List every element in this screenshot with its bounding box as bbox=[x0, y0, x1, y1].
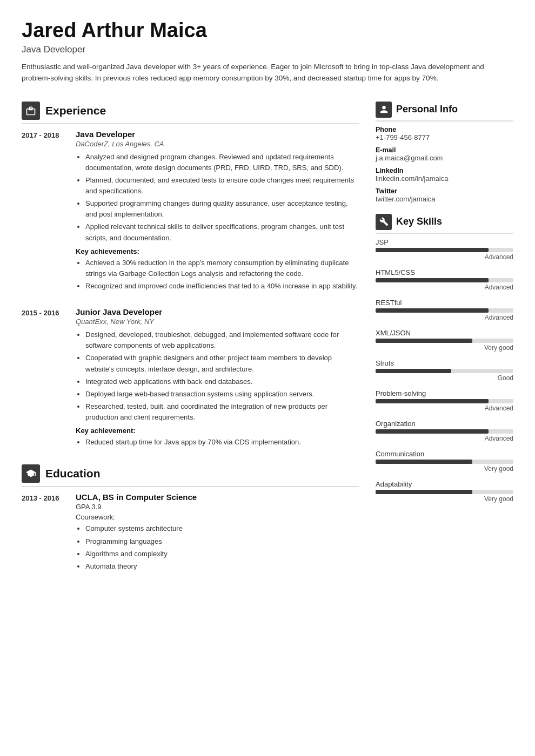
personal-phone: Phone +1-799-456-8777 bbox=[376, 126, 513, 141]
exp-bullet-1-2: Supported programming changes during qua… bbox=[85, 198, 359, 220]
edu-date-1: 2013 - 2016 bbox=[22, 492, 76, 576]
exp-date-1: 2017 - 2018 bbox=[22, 130, 76, 296]
exp-bullet-1-3: Applied relevant technical skills to del… bbox=[85, 221, 359, 243]
exp-achievements-label-2: Key achievement: bbox=[76, 427, 359, 435]
experience-section: Experience 2017 - 2018 Java Developer Da… bbox=[22, 102, 359, 452]
skill-level-6: Advanced bbox=[376, 435, 513, 442]
skill-level-5: Advanced bbox=[376, 404, 513, 412]
exp-content-1: Java Developer DaCoderZ, Los Angeles, CA… bbox=[76, 130, 359, 296]
exp-company-2: QuantExx, New York, NY bbox=[76, 318, 359, 326]
skill-bar-bg-3 bbox=[376, 339, 513, 343]
skill-bar-fill-3 bbox=[376, 339, 472, 343]
skill-level-0: Advanced bbox=[376, 253, 513, 261]
skill-level-1: Advanced bbox=[376, 284, 513, 291]
skill-level-7: Very good bbox=[376, 465, 513, 473]
skill-name-6: Organization bbox=[376, 420, 513, 428]
personal-email: E-mail j.a.maica@gmail.com bbox=[376, 146, 513, 162]
exp-achievements-list-2: Reduced startup time for Java apps by 70… bbox=[76, 437, 359, 448]
education-section: Education 2013 - 2016 UCLA, BS in Comput… bbox=[22, 464, 359, 576]
skill-bar-fill-7 bbox=[376, 460, 472, 464]
email-label: E-mail bbox=[376, 146, 513, 154]
skill-name-5: Problem-solving bbox=[376, 389, 513, 397]
exp-bullet-2-2: Integrated web applications with back-en… bbox=[85, 376, 359, 387]
exp-date-2: 2015 - 2016 bbox=[22, 307, 76, 451]
skill-item-8: Adaptability Very good bbox=[376, 480, 513, 503]
key-skills-title: Key Skills bbox=[396, 216, 442, 227]
skills-icon bbox=[379, 217, 389, 226]
phone-label: Phone bbox=[376, 126, 513, 133]
email-value: j.a.maica@gmail.com bbox=[376, 154, 513, 162]
skill-bar-bg-1 bbox=[376, 278, 513, 282]
skill-item-6: Organization Advanced bbox=[376, 420, 513, 442]
exp-achievement-1-0: Achieved a 30% reduction in the app's me… bbox=[85, 258, 359, 279]
twitter-value: twitter.com/jamaica bbox=[376, 195, 513, 203]
candidate-title: Java Developer bbox=[22, 44, 513, 55]
edu-course-1-0: Computer systems architecture bbox=[85, 523, 359, 534]
left-column: Experience 2017 - 2018 Java Developer Da… bbox=[22, 102, 359, 734]
skill-item-3: XML/JSON Very good bbox=[376, 329, 513, 352]
candidate-name: Jared Arthur Maica bbox=[22, 19, 513, 42]
edu-gpa-1: GPA 3.9 bbox=[76, 503, 359, 511]
skill-level-8: Very good bbox=[376, 495, 513, 503]
skill-bar-bg-8 bbox=[376, 490, 513, 494]
skill-level-3: Very good bbox=[376, 344, 513, 352]
graduation-icon bbox=[25, 468, 36, 479]
exp-title-1: Java Developer bbox=[76, 130, 359, 139]
key-skills-header: Key Skills bbox=[376, 214, 513, 234]
skill-bar-fill-4 bbox=[376, 369, 451, 373]
skill-name-1: HTML5/CSS bbox=[376, 268, 513, 276]
exp-bullet-1-0: Analyzed and designed program changes. R… bbox=[85, 152, 359, 173]
skill-bar-fill-2 bbox=[376, 308, 489, 313]
education-title: Education bbox=[45, 467, 101, 480]
experience-header: Experience bbox=[22, 102, 359, 124]
skill-name-2: RESTful bbox=[376, 299, 513, 307]
personal-info-icon-box bbox=[376, 102, 392, 118]
skills-list: JSP Advanced HTML5/CSS Advanced RESTful … bbox=[376, 238, 513, 503]
edu-coursework-label-1: Coursework: bbox=[76, 513, 359, 521]
experience-icon-box bbox=[22, 102, 40, 120]
candidate-summary: Enthusiastic and well-organized Java dev… bbox=[22, 62, 513, 84]
edu-content-1: UCLA, BS in Computer Science GPA 3.9 Cou… bbox=[76, 492, 359, 576]
edu-course-1-1: Programming languages bbox=[85, 536, 359, 547]
skill-item-7: Communication Very good bbox=[376, 450, 513, 473]
right-column: Personal Info Phone +1-799-456-8777 E-ma… bbox=[376, 102, 513, 734]
skill-bar-bg-4 bbox=[376, 369, 513, 373]
skill-level-2: Advanced bbox=[376, 314, 513, 321]
exp-company-1: DaCoderZ, Los Angeles, CA bbox=[76, 140, 359, 148]
education-header: Education bbox=[22, 464, 359, 487]
exp-achievement-1-1: Recognized and improved code inefficienc… bbox=[85, 281, 359, 292]
personal-info-title: Personal Info bbox=[396, 104, 458, 115]
exp-bullet-1-1: Planned, documented, and executed tests … bbox=[85, 175, 359, 197]
edu-course-1-2: Algorithms and complexity bbox=[85, 549, 359, 559]
personal-info-header: Personal Info bbox=[376, 102, 513, 122]
exp-entry-2: 2015 - 2016 Junior Java Developer QuantE… bbox=[22, 307, 359, 451]
skill-name-8: Adaptability bbox=[376, 480, 513, 488]
linkedin-value: linkedin.com/in/jamaica bbox=[376, 174, 513, 183]
skill-item-0: JSP Advanced bbox=[376, 238, 513, 261]
skill-name-3: XML/JSON bbox=[376, 329, 513, 337]
skill-item-1: HTML5/CSS Advanced bbox=[376, 268, 513, 291]
exp-bullet-2-0: Designed, developed, troubleshot, debugg… bbox=[85, 329, 359, 351]
skill-bar-fill-5 bbox=[376, 399, 489, 403]
skill-level-4: Good bbox=[376, 374, 513, 382]
skill-item-2: RESTful Advanced bbox=[376, 299, 513, 321]
skill-name-0: JSP bbox=[376, 238, 513, 246]
personal-linkedin: LinkedIn linkedin.com/in/jamaica bbox=[376, 167, 513, 183]
experience-title: Experience bbox=[45, 104, 106, 117]
exp-bullets-2: Designed, developed, troubleshot, debugg… bbox=[76, 329, 359, 423]
exp-title-2: Junior Java Developer bbox=[76, 307, 359, 316]
exp-achievements-list-1: Achieved a 30% reduction in the app's me… bbox=[76, 258, 359, 292]
edu-course-1-3: Automata theory bbox=[85, 561, 359, 572]
person-icon bbox=[379, 105, 389, 114]
skill-bar-fill-8 bbox=[376, 490, 472, 494]
exp-content-2: Junior Java Developer QuantExx, New York… bbox=[76, 307, 359, 451]
linkedin-label: LinkedIn bbox=[376, 167, 513, 174]
exp-achievement-2-0: Reduced startup time for Java apps by 70… bbox=[85, 437, 359, 448]
edu-degree-1: UCLA, BS in Computer Science bbox=[76, 492, 359, 502]
edu-entry-1: 2013 - 2016 UCLA, BS in Computer Science… bbox=[22, 492, 359, 576]
exp-bullets-1: Analyzed and designed program changes. R… bbox=[76, 152, 359, 244]
exp-entry-1: 2017 - 2018 Java Developer DaCoderZ, Los… bbox=[22, 130, 359, 296]
skill-bar-bg-6 bbox=[376, 429, 513, 434]
skill-item-4: Struts Good bbox=[376, 359, 513, 382]
personal-info-section: Personal Info Phone +1-799-456-8777 E-ma… bbox=[376, 102, 513, 203]
